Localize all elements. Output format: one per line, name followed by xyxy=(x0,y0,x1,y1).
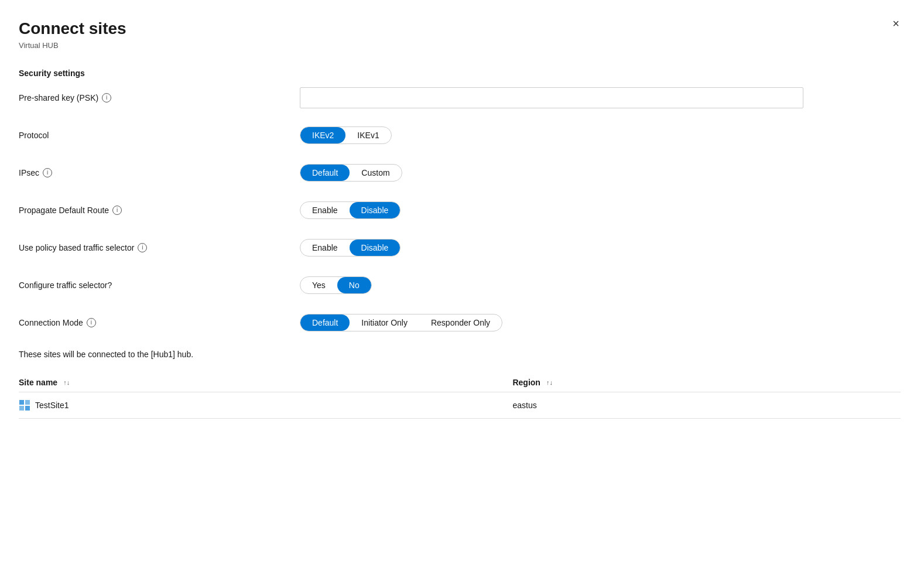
site-name-cell: TestSite1 xyxy=(19,392,512,418)
configure-traffic-toggle-group: Yes No xyxy=(300,276,372,294)
connection-mode-label: Connection Mode i xyxy=(19,318,300,327)
section-title: Security settings xyxy=(19,69,901,78)
propagate-default-route-label: Propagate Default Route i xyxy=(19,206,300,215)
ipsec-label: IPsec i xyxy=(19,168,300,177)
security-settings-section: Security settings Pre-shared key (PSK) i… xyxy=(19,69,901,333)
protocol-ikev2-button[interactable]: IKEv2 xyxy=(300,127,345,143)
ipsec-custom-button[interactable]: Custom xyxy=(350,165,401,181)
connection-mode-default-button[interactable]: Default xyxy=(300,314,350,331)
propagate-default-route-row: Propagate Default Route i Enable Disable xyxy=(19,200,901,221)
protocol-control: IKEv2 IKEv1 xyxy=(300,126,901,144)
site-name-sort-icon[interactable]: ↑↓ xyxy=(63,379,70,386)
connection-mode-initiator-button[interactable]: Initiator Only xyxy=(350,314,419,331)
page-title: Connect sites xyxy=(19,19,901,39)
connection-mode-control: Default Initiator Only Responder Only xyxy=(300,314,901,331)
configure-no-button[interactable]: No xyxy=(337,277,371,293)
ipsec-row: IPsec i Default Custom xyxy=(19,162,901,183)
psk-label: Pre-shared key (PSK) i xyxy=(19,93,300,102)
close-button[interactable]: × xyxy=(887,14,905,33)
policy-enable-button[interactable]: Enable xyxy=(300,240,350,256)
psk-input[interactable] xyxy=(300,87,803,108)
table-row: TestSite1eastus xyxy=(19,392,901,418)
policy-traffic-selector-row: Use policy based traffic selector i Enab… xyxy=(19,237,901,258)
propagate-disable-button[interactable]: Disable xyxy=(350,202,401,218)
sites-table: Site name ↑↓ Region ↑↓ TestSite1eastus xyxy=(19,373,901,419)
policy-info-icon[interactable]: i xyxy=(138,243,147,252)
panel-header: Connect sites Virtual HUB xyxy=(19,19,901,50)
ipsec-info-icon[interactable]: i xyxy=(43,168,52,177)
policy-disable-button[interactable]: Disable xyxy=(350,240,401,256)
site-name-column-header[interactable]: Site name ↑↓ xyxy=(19,373,512,392)
connection-mode-row: Connection Mode i Default Initiator Only… xyxy=(19,312,901,333)
protocol-row: Protocol IKEv2 IKEv1 xyxy=(19,125,901,146)
region-column-header[interactable]: Region ↑↓ xyxy=(512,373,901,392)
connection-mode-toggle-group: Default Initiator Only Responder Only xyxy=(300,314,502,331)
configure-traffic-label: Configure traffic selector? xyxy=(19,281,300,290)
connect-sites-panel: × Connect sites Virtual HUB Security set… xyxy=(0,0,924,578)
propagate-toggle-group: Enable Disable xyxy=(300,201,401,219)
propagate-control: Enable Disable xyxy=(300,201,901,219)
propagate-enable-button[interactable]: Enable xyxy=(300,202,350,218)
psk-control xyxy=(300,87,901,108)
psk-info-icon[interactable]: i xyxy=(102,93,111,102)
configure-traffic-control: Yes No xyxy=(300,276,901,294)
svg-rect-1 xyxy=(25,400,30,405)
site-name-value: TestSite1 xyxy=(35,401,69,410)
protocol-toggle-group: IKEv2 IKEv1 xyxy=(300,126,392,144)
region-sort-icon[interactable]: ↑↓ xyxy=(546,379,553,386)
policy-traffic-label: Use policy based traffic selector i xyxy=(19,243,300,252)
policy-traffic-control: Enable Disable xyxy=(300,239,901,256)
propagate-info-icon[interactable]: i xyxy=(112,206,122,215)
svg-rect-2 xyxy=(19,406,24,411)
site-icon xyxy=(19,399,30,411)
connection-mode-info-icon[interactable]: i xyxy=(87,318,96,327)
ipsec-default-button[interactable]: Default xyxy=(300,165,350,181)
page-subtitle: Virtual HUB xyxy=(19,41,901,50)
policy-toggle-group: Enable Disable xyxy=(300,239,401,256)
region-cell: eastus xyxy=(512,392,901,418)
ipsec-control: Default Custom xyxy=(300,164,901,182)
svg-rect-3 xyxy=(25,406,30,411)
connection-mode-responder-button[interactable]: Responder Only xyxy=(419,314,502,331)
protocol-label: Protocol xyxy=(19,131,300,140)
psk-row: Pre-shared key (PSK) i xyxy=(19,87,901,108)
configure-traffic-selector-row: Configure traffic selector? Yes No xyxy=(19,275,901,296)
configure-yes-button[interactable]: Yes xyxy=(300,277,337,293)
sites-message: These sites will be connected to the [Hu… xyxy=(19,350,901,359)
protocol-ikev1-button[interactable]: IKEv1 xyxy=(345,127,391,143)
svg-rect-0 xyxy=(19,400,24,405)
ipsec-toggle-group: Default Custom xyxy=(300,164,402,182)
